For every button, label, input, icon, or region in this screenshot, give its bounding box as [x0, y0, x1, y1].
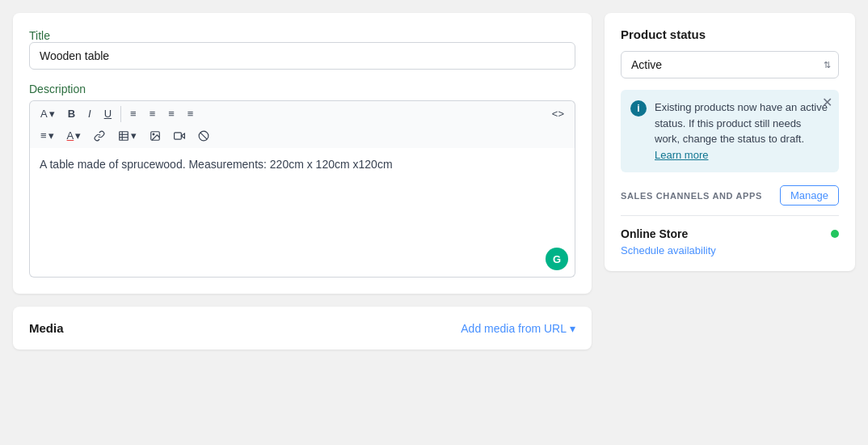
table-btn[interactable]: ▾ — [112, 126, 142, 145]
sales-channels-section: SALES CHANNELS AND APPS Manage Online St… — [621, 185, 839, 256]
description-toolbar: A ▾ B I U ≡ ≡ ≡ ≡ <> ≡ ▾ A — [29, 100, 575, 148]
status-select[interactable]: Active Draft — [621, 51, 839, 78]
left-panel: Title Description A ▾ B I U ≡ ≡ ≡ ≡ <> — [13, 13, 592, 432]
link-btn[interactable] — [88, 127, 111, 145]
toolbar-separator-1 — [120, 106, 121, 122]
svg-marker-6 — [182, 134, 185, 138]
toolbar-row-2: ≡ ▾ A ▾ ▾ — [35, 126, 570, 145]
sales-header: SALES CHANNELS AND APPS Manage — [621, 185, 839, 206]
color-dropdown-arrow: ▾ — [75, 129, 81, 142]
align-dropdown-arrow: ▾ — [48, 129, 54, 142]
unordered-list-btn[interactable]: ≡ — [124, 104, 142, 123]
text-align-btn[interactable]: ≡ ▾ — [35, 126, 60, 145]
text-color-btn[interactable]: A ▾ — [61, 126, 87, 145]
toolbar-row-1: A ▾ B I U ≡ ≡ ≡ ≡ <> — [35, 104, 570, 123]
add-media-link[interactable]: Add media from URL ▾ — [461, 322, 575, 335]
product-status-title: Product status — [621, 28, 839, 41]
font-dropdown-arrow: ▾ — [49, 108, 55, 120]
description-editor[interactable]: A table made of sprucewood. Measurements… — [29, 148, 575, 278]
title-label: Title — [29, 29, 50, 42]
code-btn[interactable]: <> — [546, 104, 570, 123]
ordered-list-btn[interactable]: ≡ — [144, 104, 162, 123]
media-card: Media Add media from URL ▾ — [13, 307, 592, 350]
bold-btn[interactable]: B — [62, 104, 81, 123]
schedule-availability-link[interactable]: Schedule availability — [621, 244, 716, 256]
info-icon: i — [630, 100, 647, 117]
online-store-status-dot — [831, 230, 839, 238]
online-store-label: Online Store — [621, 227, 688, 240]
video-btn[interactable] — [168, 127, 191, 145]
right-panel: Product status Active Draft i Existing p… — [605, 13, 855, 432]
info-box: i Existing products now have an active s… — [621, 90, 839, 172]
add-media-arrow: ▾ — [570, 322, 575, 335]
table-dropdown-arrow: ▾ — [131, 129, 137, 142]
grammarly-badge: G — [546, 248, 568, 270]
product-status-card: Product status Active Draft i Existing p… — [605, 13, 855, 271]
add-media-label: Add media from URL — [461, 322, 567, 335]
font-label: A — [40, 108, 48, 120]
image-btn[interactable] — [144, 127, 166, 145]
svg-line-9 — [200, 132, 207, 138]
font-size-btn[interactable]: A ▾ — [35, 104, 61, 123]
svg-point-5 — [153, 134, 154, 135]
svg-rect-0 — [120, 131, 129, 140]
description-label: Description — [29, 83, 575, 95]
clear-format-btn[interactable] — [192, 127, 215, 145]
svg-rect-7 — [175, 132, 182, 138]
manage-btn[interactable]: Manage — [780, 185, 839, 206]
status-select-wrapper: Active Draft — [621, 51, 839, 78]
info-text: Existing products now have an active sta… — [655, 100, 829, 163]
media-title: Media — [29, 321, 64, 335]
underline-btn[interactable]: U — [99, 104, 117, 123]
indent-right-btn[interactable]: ≡ — [162, 104, 180, 123]
italic-btn[interactable]: I — [82, 104, 97, 123]
sales-channels-label: SALES CHANNELS AND APPS — [621, 191, 762, 201]
description-text: A table made of sprucewood. Measurements… — [40, 158, 393, 171]
editor-card: Title Description A ▾ B I U ≡ ≡ ≡ ≡ <> — [13, 13, 592, 294]
learn-more-link[interactable]: Learn more — [655, 149, 708, 161]
online-store-row: Online Store — [621, 216, 839, 244]
title-input[interactable] — [29, 42, 575, 70]
indent-left-btn[interactable]: ≡ — [182, 104, 200, 123]
info-close-btn[interactable]: ✕ — [822, 96, 832, 109]
